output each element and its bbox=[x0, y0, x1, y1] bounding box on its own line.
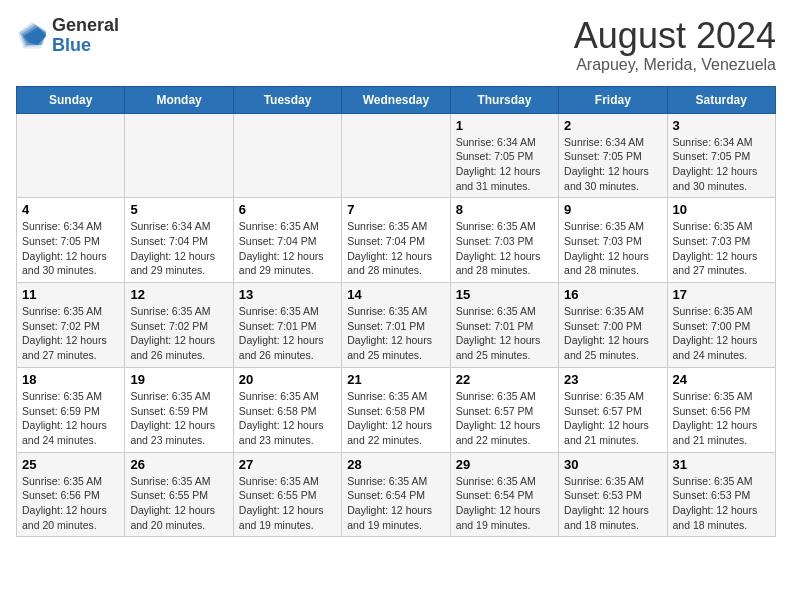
logo: General Blue bbox=[16, 16, 119, 56]
day-number: 1 bbox=[456, 118, 553, 133]
calendar-header: SundayMondayTuesdayWednesdayThursdayFrid… bbox=[17, 86, 776, 113]
day-cell: 13Sunrise: 6:35 AM Sunset: 7:01 PM Dayli… bbox=[233, 283, 341, 368]
day-cell: 27Sunrise: 6:35 AM Sunset: 6:55 PM Dayli… bbox=[233, 452, 341, 537]
day-cell: 28Sunrise: 6:35 AM Sunset: 6:54 PM Dayli… bbox=[342, 452, 450, 537]
day-cell: 19Sunrise: 6:35 AM Sunset: 6:59 PM Dayli… bbox=[125, 367, 233, 452]
day-cell bbox=[17, 113, 125, 198]
day-number: 19 bbox=[130, 372, 227, 387]
day-info: Sunrise: 6:35 AM Sunset: 6:57 PM Dayligh… bbox=[456, 390, 541, 446]
day-number: 6 bbox=[239, 202, 336, 217]
week-row-3: 11Sunrise: 6:35 AM Sunset: 7:02 PM Dayli… bbox=[17, 283, 776, 368]
day-cell: 14Sunrise: 6:35 AM Sunset: 7:01 PM Dayli… bbox=[342, 283, 450, 368]
day-info: Sunrise: 6:35 AM Sunset: 7:00 PM Dayligh… bbox=[673, 305, 758, 361]
calendar-table: SundayMondayTuesdayWednesdayThursdayFrid… bbox=[16, 86, 776, 538]
day-number: 20 bbox=[239, 372, 336, 387]
day-cell: 23Sunrise: 6:35 AM Sunset: 6:57 PM Dayli… bbox=[559, 367, 667, 452]
day-info: Sunrise: 6:34 AM Sunset: 7:05 PM Dayligh… bbox=[456, 136, 541, 192]
day-cell: 2Sunrise: 6:34 AM Sunset: 7:05 PM Daylig… bbox=[559, 113, 667, 198]
week-row-2: 4Sunrise: 6:34 AM Sunset: 7:05 PM Daylig… bbox=[17, 198, 776, 283]
day-number: 29 bbox=[456, 457, 553, 472]
day-cell: 10Sunrise: 6:35 AM Sunset: 7:03 PM Dayli… bbox=[667, 198, 775, 283]
header-cell-saturday: Saturday bbox=[667, 86, 775, 113]
day-cell bbox=[342, 113, 450, 198]
day-number: 8 bbox=[456, 202, 553, 217]
day-number: 24 bbox=[673, 372, 770, 387]
day-cell bbox=[125, 113, 233, 198]
day-info: Sunrise: 6:35 AM Sunset: 6:53 PM Dayligh… bbox=[564, 475, 649, 531]
day-number: 31 bbox=[673, 457, 770, 472]
day-info: Sunrise: 6:34 AM Sunset: 7:04 PM Dayligh… bbox=[130, 220, 215, 276]
calendar-subtitle: Arapuey, Merida, Venezuela bbox=[574, 56, 776, 74]
header-cell-friday: Friday bbox=[559, 86, 667, 113]
week-row-4: 18Sunrise: 6:35 AM Sunset: 6:59 PM Dayli… bbox=[17, 367, 776, 452]
day-cell: 7Sunrise: 6:35 AM Sunset: 7:04 PM Daylig… bbox=[342, 198, 450, 283]
day-cell: 22Sunrise: 6:35 AM Sunset: 6:57 PM Dayli… bbox=[450, 367, 558, 452]
day-cell: 21Sunrise: 6:35 AM Sunset: 6:58 PM Dayli… bbox=[342, 367, 450, 452]
day-info: Sunrise: 6:35 AM Sunset: 6:56 PM Dayligh… bbox=[22, 475, 107, 531]
day-number: 16 bbox=[564, 287, 661, 302]
day-info: Sunrise: 6:35 AM Sunset: 6:54 PM Dayligh… bbox=[347, 475, 432, 531]
day-number: 11 bbox=[22, 287, 119, 302]
day-number: 23 bbox=[564, 372, 661, 387]
day-number: 22 bbox=[456, 372, 553, 387]
logo-blue: Blue bbox=[52, 36, 119, 56]
day-cell: 29Sunrise: 6:35 AM Sunset: 6:54 PM Dayli… bbox=[450, 452, 558, 537]
day-number: 12 bbox=[130, 287, 227, 302]
day-number: 17 bbox=[673, 287, 770, 302]
day-cell: 17Sunrise: 6:35 AM Sunset: 7:00 PM Dayli… bbox=[667, 283, 775, 368]
day-info: Sunrise: 6:35 AM Sunset: 7:03 PM Dayligh… bbox=[564, 220, 649, 276]
day-info: Sunrise: 6:35 AM Sunset: 6:56 PM Dayligh… bbox=[673, 390, 758, 446]
day-info: Sunrise: 6:35 AM Sunset: 6:58 PM Dayligh… bbox=[347, 390, 432, 446]
day-cell: 30Sunrise: 6:35 AM Sunset: 6:53 PM Dayli… bbox=[559, 452, 667, 537]
day-cell: 18Sunrise: 6:35 AM Sunset: 6:59 PM Dayli… bbox=[17, 367, 125, 452]
title-block: August 2024 Arapuey, Merida, Venezuela bbox=[574, 16, 776, 74]
week-row-5: 25Sunrise: 6:35 AM Sunset: 6:56 PM Dayli… bbox=[17, 452, 776, 537]
header-cell-wednesday: Wednesday bbox=[342, 86, 450, 113]
day-cell: 9Sunrise: 6:35 AM Sunset: 7:03 PM Daylig… bbox=[559, 198, 667, 283]
day-info: Sunrise: 6:35 AM Sunset: 7:02 PM Dayligh… bbox=[22, 305, 107, 361]
day-info: Sunrise: 6:35 AM Sunset: 7:01 PM Dayligh… bbox=[347, 305, 432, 361]
day-info: Sunrise: 6:35 AM Sunset: 7:04 PM Dayligh… bbox=[347, 220, 432, 276]
day-info: Sunrise: 6:35 AM Sunset: 6:54 PM Dayligh… bbox=[456, 475, 541, 531]
header-cell-monday: Monday bbox=[125, 86, 233, 113]
day-number: 30 bbox=[564, 457, 661, 472]
day-info: Sunrise: 6:35 AM Sunset: 7:01 PM Dayligh… bbox=[456, 305, 541, 361]
day-info: Sunrise: 6:35 AM Sunset: 6:57 PM Dayligh… bbox=[564, 390, 649, 446]
day-number: 3 bbox=[673, 118, 770, 133]
day-info: Sunrise: 6:35 AM Sunset: 6:59 PM Dayligh… bbox=[22, 390, 107, 446]
day-info: Sunrise: 6:35 AM Sunset: 7:03 PM Dayligh… bbox=[456, 220, 541, 276]
day-cell: 12Sunrise: 6:35 AM Sunset: 7:02 PM Dayli… bbox=[125, 283, 233, 368]
logo-general: General bbox=[52, 16, 119, 36]
day-cell: 3Sunrise: 6:34 AM Sunset: 7:05 PM Daylig… bbox=[667, 113, 775, 198]
day-cell: 8Sunrise: 6:35 AM Sunset: 7:03 PM Daylig… bbox=[450, 198, 558, 283]
logo-text: General Blue bbox=[52, 16, 119, 56]
day-cell: 25Sunrise: 6:35 AM Sunset: 6:56 PM Dayli… bbox=[17, 452, 125, 537]
day-number: 4 bbox=[22, 202, 119, 217]
day-number: 10 bbox=[673, 202, 770, 217]
day-cell: 5Sunrise: 6:34 AM Sunset: 7:04 PM Daylig… bbox=[125, 198, 233, 283]
day-info: Sunrise: 6:35 AM Sunset: 7:01 PM Dayligh… bbox=[239, 305, 324, 361]
day-info: Sunrise: 6:35 AM Sunset: 6:55 PM Dayligh… bbox=[239, 475, 324, 531]
day-cell: 31Sunrise: 6:35 AM Sunset: 6:53 PM Dayli… bbox=[667, 452, 775, 537]
calendar-title: August 2024 bbox=[574, 16, 776, 56]
day-number: 13 bbox=[239, 287, 336, 302]
day-number: 2 bbox=[564, 118, 661, 133]
day-info: Sunrise: 6:35 AM Sunset: 7:02 PM Dayligh… bbox=[130, 305, 215, 361]
day-cell bbox=[233, 113, 341, 198]
day-number: 15 bbox=[456, 287, 553, 302]
day-cell: 6Sunrise: 6:35 AM Sunset: 7:04 PM Daylig… bbox=[233, 198, 341, 283]
day-cell: 24Sunrise: 6:35 AM Sunset: 6:56 PM Dayli… bbox=[667, 367, 775, 452]
day-info: Sunrise: 6:35 AM Sunset: 6:58 PM Dayligh… bbox=[239, 390, 324, 446]
day-number: 14 bbox=[347, 287, 444, 302]
logo-icon bbox=[16, 20, 48, 52]
day-cell: 1Sunrise: 6:34 AM Sunset: 7:05 PM Daylig… bbox=[450, 113, 558, 198]
day-number: 26 bbox=[130, 457, 227, 472]
day-info: Sunrise: 6:35 AM Sunset: 6:55 PM Dayligh… bbox=[130, 475, 215, 531]
header-row: SundayMondayTuesdayWednesdayThursdayFrid… bbox=[17, 86, 776, 113]
day-cell: 16Sunrise: 6:35 AM Sunset: 7:00 PM Dayli… bbox=[559, 283, 667, 368]
day-number: 7 bbox=[347, 202, 444, 217]
day-number: 18 bbox=[22, 372, 119, 387]
day-cell: 15Sunrise: 6:35 AM Sunset: 7:01 PM Dayli… bbox=[450, 283, 558, 368]
calendar-body: 1Sunrise: 6:34 AM Sunset: 7:05 PM Daylig… bbox=[17, 113, 776, 537]
day-number: 27 bbox=[239, 457, 336, 472]
